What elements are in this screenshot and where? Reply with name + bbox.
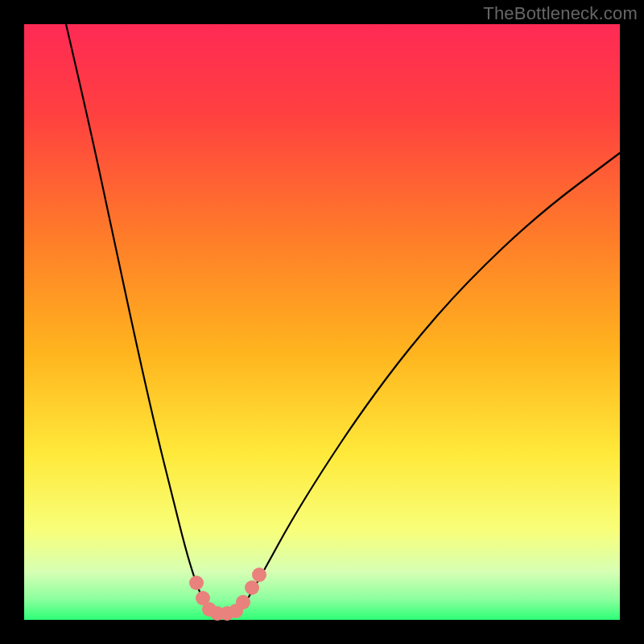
valley-marker bbox=[252, 568, 266, 582]
plot-frame bbox=[24, 24, 620, 620]
bottleneck-curve bbox=[66, 24, 620, 613]
valley-marker bbox=[245, 580, 259, 595]
watermark-text: TheBottleneck.com bbox=[483, 3, 638, 24]
valley-marker bbox=[236, 595, 250, 609]
plot-svg bbox=[24, 24, 620, 620]
valley-marker bbox=[189, 576, 204, 590]
